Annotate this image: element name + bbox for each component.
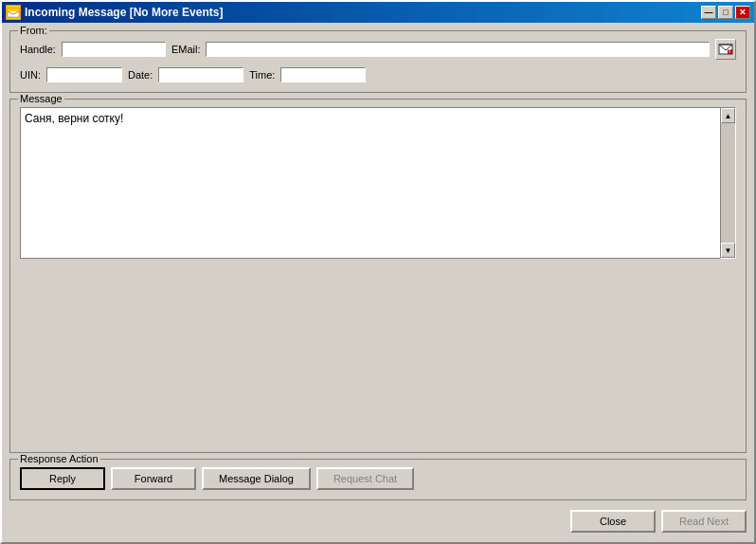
email-label: EMail: — [171, 44, 201, 55]
message-group: Message Саня, верни сотку! ▲ ▼ — [9, 99, 747, 453]
email-lookup-button[interactable]: T — [715, 39, 736, 60]
main-window: Incoming Message [No More Events] — □ ✕ … — [0, 0, 756, 544]
response-buttons: Reply Forward Message Dialog Request Cha… — [20, 467, 736, 490]
handle-label: Handle: — [20, 44, 56, 55]
bottom-buttons: Close Read Next — [9, 506, 747, 535]
svg-rect-1 — [8, 9, 19, 11]
close-button[interactable]: Close — [570, 510, 656, 533]
email-input[interactable] — [206, 42, 710, 57]
window-controls: — □ ✕ — [701, 6, 750, 19]
scroll-up-button[interactable]: ▲ — [721, 108, 735, 123]
uin-input[interactable] — [46, 67, 122, 82]
uin-row: UIN: Date: Time: — [20, 67, 736, 82]
minimize-button[interactable]: — — [701, 6, 716, 19]
response-group-label: Response Action — [18, 453, 100, 464]
message-text: Саня, верни сотку! — [20, 107, 720, 259]
reply-button[interactable]: Reply — [20, 467, 105, 490]
forward-button[interactable]: Forward — [111, 467, 196, 490]
handle-input[interactable] — [62, 42, 166, 57]
time-label: Time: — [249, 69, 275, 81]
maximize-button[interactable]: □ — [718, 6, 733, 19]
from-group-label: From: — [18, 25, 49, 36]
message-scrollbar: ▲ ▼ — [720, 107, 736, 259]
svg-text:T: T — [729, 48, 731, 54]
scroll-track — [721, 123, 735, 243]
scroll-down-button[interactable]: ▼ — [721, 243, 735, 258]
time-input[interactable] — [280, 67, 366, 82]
date-label: Date: — [128, 69, 153, 81]
read-next-button[interactable]: Read Next — [661, 510, 747, 533]
window-title: Incoming Message [No More Events] — [25, 6, 697, 19]
title-bar: Incoming Message [No More Events] — □ ✕ — [2, 2, 754, 23]
window-icon — [6, 5, 21, 20]
date-input[interactable] — [158, 67, 243, 82]
from-group: From: Handle: EMail: T UIN: — [9, 30, 747, 93]
uin-label: UIN: — [20, 69, 41, 81]
handle-row: Handle: EMail: T — [20, 39, 736, 60]
window-content: From: Handle: EMail: T UIN: — [2, 23, 754, 542]
request-chat-button[interactable]: Request Chat — [316, 467, 414, 490]
message-area-container: Саня, верни сотку! ▲ ▼ — [20, 107, 736, 259]
message-group-label: Message — [18, 93, 64, 104]
response-group: Response Action Reply Forward Message Di… — [9, 459, 747, 500]
message-dialog-button[interactable]: Message Dialog — [202, 467, 311, 490]
close-window-button[interactable]: ✕ — [735, 6, 750, 19]
